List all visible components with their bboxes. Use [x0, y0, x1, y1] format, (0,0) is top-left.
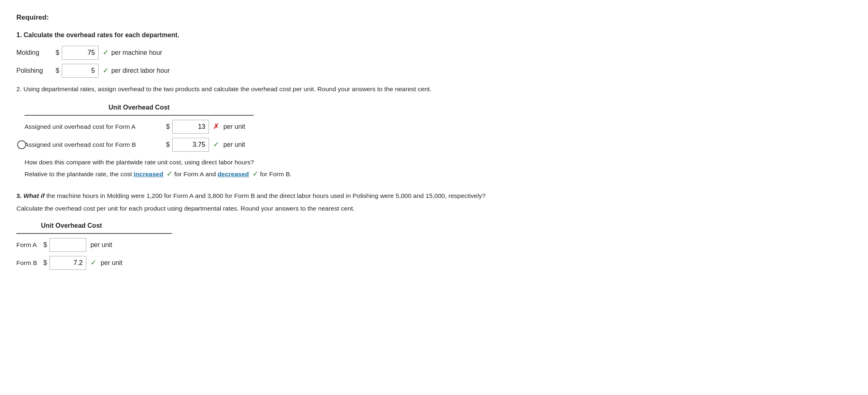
polishing-check-icon: ✓ — [103, 65, 109, 76]
form-b-per-unit: per unit — [223, 140, 245, 150]
polishing-row: Polishing $ ✓ per direct labor hour — [16, 64, 852, 78]
decreased-link[interactable]: decreased — [218, 169, 249, 179]
molding-dollar: $ — [56, 48, 59, 58]
polishing-input[interactable] — [62, 64, 99, 78]
form-a-overhead-label: Assigned unit overhead cost for Form A — [25, 122, 164, 131]
compare-question: How does this compare with the plantwide… — [25, 157, 852, 167]
unit-overhead-section2: Unit Overhead Cost Form A $ per unit For… — [16, 221, 852, 270]
unit-overhead-header2: Unit Overhead Cost — [16, 221, 172, 234]
molding-input[interactable] — [62, 46, 99, 60]
increased-link[interactable]: increased — [134, 169, 163, 179]
form-a-cross-icon: ✗ — [213, 121, 219, 132]
form-b2-row: Form B $ ✓ per unit — [16, 256, 852, 270]
question-3-text: 3. What if the machine hours in Molding … — [16, 191, 852, 200]
form-a2-label: Form A — [16, 240, 41, 249]
required-heading: Required: — [16, 12, 852, 23]
form-b2-label: Form B — [16, 258, 41, 267]
form-a2-dollar: $ — [43, 240, 47, 250]
compare-mid: for Form A and — [174, 169, 216, 179]
increased-check-icon: ✓ — [166, 168, 173, 180]
compare-row: Relative to the plantwide rate, the cost… — [25, 168, 852, 180]
molding-check-icon: ✓ — [103, 47, 109, 58]
decreased-check-icon: ✓ — [252, 168, 259, 180]
form-b2-check-icon: ✓ — [90, 257, 97, 268]
form-b2-dollar: $ — [43, 258, 47, 268]
polishing-dollar: $ — [56, 66, 59, 76]
question-1-label: 1. Calculate the overhead rates for each… — [16, 30, 852, 40]
form-b2-input[interactable] — [49, 256, 86, 270]
compare-prefix: Relative to the plantwide rate, the cost — [25, 169, 132, 179]
molding-label: Molding — [16, 48, 53, 58]
molding-row: Molding $ ✓ per machine hour — [16, 46, 852, 60]
form-b-overhead-row: Assigned unit overhead cost for Form B $… — [25, 138, 852, 152]
q3-calc-text: Calculate the overhead cost per unit for… — [16, 204, 852, 213]
what-if-label: What if — [23, 192, 45, 199]
form-b-dollar: $ — [166, 140, 170, 150]
compare-suffix: for Form B. — [260, 169, 292, 179]
form-a-overhead-input[interactable] — [172, 120, 209, 134]
form-a2-input[interactable] — [49, 238, 86, 252]
circle-marker — [17, 140, 26, 149]
form-a-dollar: $ — [166, 122, 170, 132]
form-a2-per-unit: per unit — [90, 240, 112, 250]
form-a-per-unit: per unit — [223, 122, 245, 132]
polishing-label: Polishing — [16, 66, 53, 76]
unit-overhead-header: Unit Overhead Cost — [25, 103, 254, 116]
question-2-label: 2. Using departmental rates, assign over… — [16, 84, 852, 94]
form-b-overhead-label: Assigned unit overhead cost for Form B — [25, 140, 164, 149]
form-b-overhead-input[interactable] — [172, 138, 209, 152]
form-a2-row: Form A $ per unit — [16, 238, 852, 252]
form-a-overhead-row: Assigned unit overhead cost for Form A $… — [25, 120, 852, 134]
unit-overhead-section: Unit Overhead Cost Assigned unit overhea… — [16, 103, 852, 152]
form-b-check-icon: ✓ — [213, 139, 219, 150]
molding-per-text: per machine hour — [111, 48, 162, 58]
polishing-per-text: per direct labor hour — [111, 66, 170, 76]
form-b2-per-unit: per unit — [101, 258, 122, 268]
q3-main-text: the machine hours in Molding were 1,200 … — [46, 192, 486, 199]
